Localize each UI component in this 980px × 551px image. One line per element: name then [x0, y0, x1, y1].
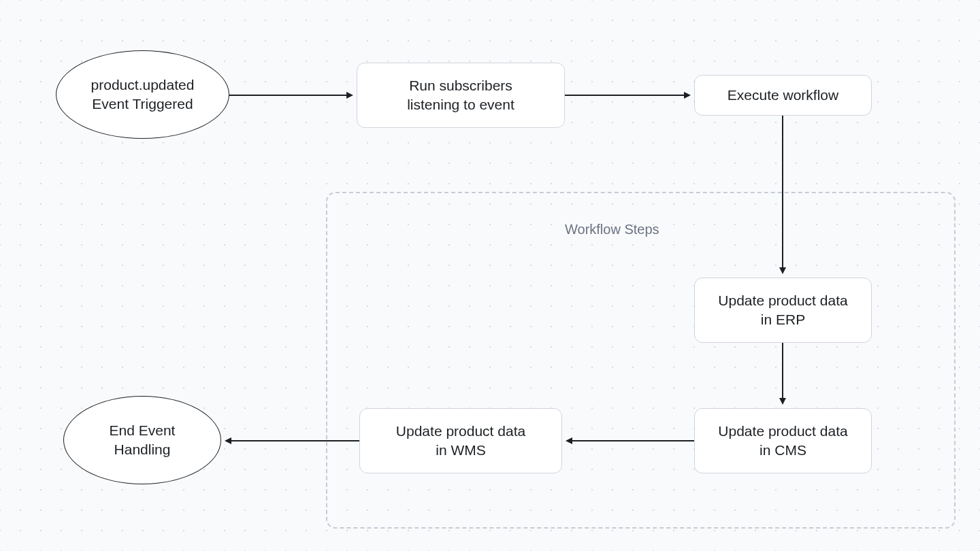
node-subscribers-text: Run subscribers listening to event [407, 76, 514, 115]
node-erp: Update product data in ERP [694, 278, 872, 343]
node-erp-text: Update product data in ERP [718, 291, 847, 330]
node-wms-text: Update product data in WMS [396, 422, 525, 461]
node-cms: Update product data in CMS [694, 408, 872, 473]
node-wms: Update product data in WMS [359, 408, 562, 473]
node-cms-text: Update product data in CMS [718, 422, 847, 461]
flowchart-canvas: Workflow Steps product.updated Event Tri… [0, 0, 980, 551]
workflow-steps-label: Workflow Steps [565, 222, 659, 237]
node-end-text: End Event Handling [110, 421, 176, 460]
node-execute: Execute workflow [694, 75, 872, 116]
node-subscribers: Run subscribers listening to event [357, 63, 565, 128]
node-execute-text: Execute workflow [728, 86, 838, 105]
workflow-steps-group [326, 192, 956, 529]
node-start-text: product.updated Event Triggered [91, 76, 195, 114]
node-start: product.updated Event Triggered [56, 50, 229, 139]
node-end: End Event Handling [63, 396, 221, 484]
